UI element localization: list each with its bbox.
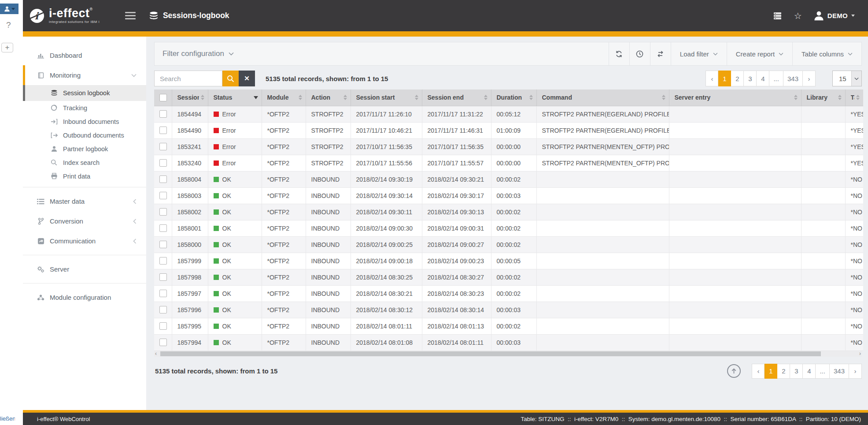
sidebar-item-tracking[interactable]: Tracking [23, 101, 146, 115]
column-header-end[interactable]: Session end [422, 89, 491, 106]
sidebar-item-module-configuration[interactable]: Module configuration [23, 287, 146, 307]
cell-status: OK [208, 236, 262, 253]
search-input[interactable] [154, 71, 222, 86]
horizontal-scrollbar[interactable]: ‹ › [154, 351, 862, 357]
create-report-dropdown[interactable]: Create report [727, 42, 792, 65]
close-link-clipped[interactable]: ließen [0, 415, 15, 422]
filter-configuration-toggle[interactable]: Filter configuration [155, 42, 609, 65]
history-button[interactable] [629, 42, 650, 65]
sidebar-item-partner-logbook[interactable]: Partner logbook [23, 142, 146, 156]
pagination-page-...[interactable]: ... [816, 364, 830, 379]
column-header-session[interactable]: Session [172, 89, 208, 106]
cell-checkbox [154, 302, 172, 318]
cell-server_entry [669, 122, 801, 138]
row-checkbox[interactable] [159, 110, 167, 118]
circle-icon [50, 104, 58, 111]
pagination-page-3[interactable]: 3 [790, 364, 803, 379]
pagination-page-2[interactable]: 2 [731, 71, 744, 86]
favorites-star-icon[interactable]: ☆ [794, 11, 802, 21]
search-button[interactable] [222, 71, 239, 86]
column-header-command[interactable]: Command [536, 89, 669, 106]
cell-end: 2018/02/14 08:30:14 [422, 302, 491, 318]
row-checkbox[interactable] [159, 273, 167, 281]
row-checkbox[interactable] [159, 208, 167, 216]
cell-module: *OFTP2 [262, 138, 306, 155]
pagination-page-4[interactable]: 4 [757, 71, 769, 86]
column-header-module[interactable]: Module [262, 89, 306, 106]
row-checkbox[interactable] [159, 241, 167, 248]
row-checkbox[interactable] [159, 339, 167, 346]
row-checkbox[interactable] [159, 306, 167, 313]
pagination-page-3[interactable]: 3 [744, 71, 757, 86]
pagination-next-button[interactable]: › [849, 364, 862, 379]
row-checkbox[interactable] [159, 143, 167, 150]
sidebar-item-inbound-documents[interactable]: Inbound documents [23, 115, 146, 128]
pagination-next-button[interactable]: › [803, 71, 816, 86]
row-checkbox[interactable] [159, 127, 167, 134]
cell-task: *NO [845, 204, 863, 220]
user-name: DEMO [827, 12, 848, 19]
sidebar-item-conversion[interactable]: Conversion [23, 211, 146, 231]
scroll-left-icon[interactable]: ‹ [155, 350, 157, 357]
cell-module: *OFTP2 [262, 155, 306, 171]
create-report-label: Create report [736, 50, 775, 58]
select-all-checkbox[interactable] [159, 94, 167, 101]
load-filter-dropdown[interactable]: Load filter [671, 42, 727, 65]
pagination-page-343[interactable]: 343 [783, 71, 803, 86]
printer-icon [50, 173, 58, 179]
column-header-checkbox [154, 89, 172, 106]
chevron-left-icon [133, 199, 137, 204]
pagination-page-...[interactable]: ... [769, 71, 783, 86]
pagination-page-1[interactable]: 1 [765, 364, 777, 379]
server-queue-icon[interactable] [773, 12, 782, 20]
sidebar-item-session-logbook[interactable]: Session logbook [23, 85, 146, 101]
row-checkbox[interactable] [159, 224, 167, 232]
column-header-library[interactable]: Library [801, 89, 845, 106]
add-widget-button[interactable]: + [1, 43, 13, 52]
pagination-page-2[interactable]: 2 [777, 364, 790, 379]
sidebar-item-index-search[interactable]: Index search [23, 156, 146, 169]
row-checkbox[interactable] [159, 257, 167, 265]
help-button[interactable]: ? [6, 20, 11, 30]
column-header-start[interactable]: Session start [351, 89, 422, 106]
column-header-duration[interactable]: Duration [491, 89, 536, 106]
row-checkbox[interactable] [159, 175, 167, 183]
pagination-page-343[interactable]: 343 [830, 364, 849, 379]
pagination-page-1[interactable]: 1 [718, 71, 731, 86]
cell-task: *NO [845, 187, 863, 204]
row-checkbox[interactable] [159, 192, 167, 199]
column-header-action[interactable]: Action [306, 89, 351, 106]
user-menu[interactable]: DEMO [814, 11, 855, 21]
column-header-server_entry[interactable]: Server entry [669, 89, 801, 106]
table-columns-dropdown[interactable]: Table columns [792, 42, 861, 65]
clear-search-button[interactable]: ✕ [239, 71, 255, 86]
sidebar-item-monitoring[interactable]: Monitoring [23, 65, 146, 85]
pagination-prev-button[interactable]: ‹ [705, 71, 718, 86]
status-ok-icon [214, 209, 219, 215]
sidebar-item-dashboard[interactable]: Dashboard [23, 45, 146, 65]
row-checkbox[interactable] [159, 159, 167, 167]
sidebar-item-server[interactable]: Server [23, 259, 146, 279]
auto-reload-button[interactable] [650, 42, 671, 65]
page-size-select[interactable]: 15 [832, 71, 862, 86]
pagination-prev-button[interactable]: ‹ [752, 364, 765, 379]
row-checkbox[interactable] [159, 322, 167, 330]
sidebar-item-master-data[interactable]: Master data [23, 191, 146, 211]
scrollbar-thumb[interactable] [160, 351, 821, 356]
column-label: Command [542, 94, 660, 101]
chevron-down-icon [848, 52, 853, 56]
scroll-to-top-button[interactable] [727, 364, 741, 378]
pagination-page-4[interactable]: 4 [803, 364, 816, 379]
row-checkbox[interactable] [159, 290, 167, 297]
sidebar-item-print-data[interactable]: Print data [23, 169, 146, 183]
column-header-status[interactable]: Status [208, 89, 262, 106]
user-widget[interactable] [0, 4, 18, 14]
column-header-task[interactable]: Task [845, 89, 863, 106]
scroll-right-icon[interactable]: › [859, 350, 861, 357]
sidebar-item-outbound-documents[interactable]: Outbound documents [23, 128, 146, 142]
menu-toggle-icon[interactable] [125, 12, 136, 19]
refresh-button[interactable] [609, 42, 629, 65]
sidebar-item-communication[interactable]: Communication [23, 231, 146, 251]
gears-icon [37, 266, 45, 273]
app-logo[interactable]: i i-effect® integrated solutions for IBM… [29, 7, 100, 24]
